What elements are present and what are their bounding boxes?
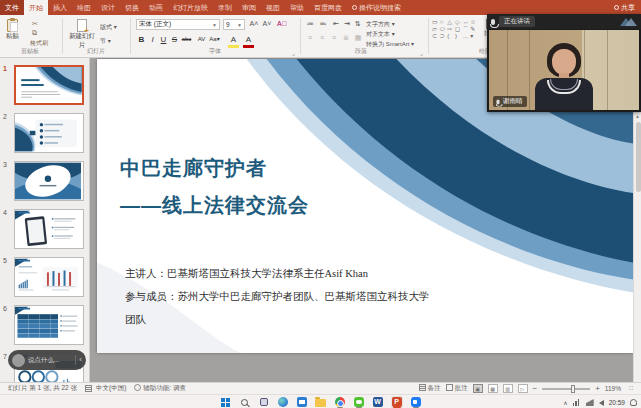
tab-review[interactable]: 审阅 [237,0,261,15]
highlight-color-button[interactable]: A [228,34,239,48]
numbering-button[interactable]: ≕ [317,19,329,29]
align-center-button[interactable]: ≡ [316,33,328,43]
tab-insert[interactable]: 插入 [48,0,72,15]
layout-button[interactable]: 版式 ▾ [100,23,117,32]
slideshow-view-button[interactable]: ▷ [518,384,528,393]
tab-transitions[interactable]: 切换 [120,0,144,15]
collapse-arrow-icon[interactable]: ‹ [79,351,82,369]
font-size-combo[interactable]: 9▼ [223,19,245,30]
thumbnail-row-4: 4 [0,209,90,251]
bold-button[interactable]: B [136,34,147,45]
tab-draw[interactable]: 绘图 [72,0,96,15]
tab-slideshow[interactable]: 幻灯片放映 [168,0,213,15]
align-left-button[interactable]: ≡ [304,33,316,43]
paragraph-dialog-launcher[interactable]: ⌟ [420,49,423,56]
volume-icon[interactable] [599,400,604,406]
participant-name-tag: 谢雨晴 [493,96,527,107]
slide-title-line2[interactable]: ——线上法律交流会 [120,192,309,219]
slide-thumbnail-2[interactable] [14,113,84,153]
zoom-slider-knob[interactable] [571,385,575,393]
zoom-in-button[interactable]: + [595,385,600,393]
scroll-up-icon[interactable]: ▲ [635,113,640,119]
text-direction-button[interactable]: 文字方向 ▾ [366,20,395,29]
taskbar-clock[interactable]: 20:59 [609,396,625,408]
zoom-level[interactable]: 119% [605,385,621,392]
tab-record[interactable]: 录制 [213,0,237,15]
tab-animations[interactable]: 动画 [144,0,168,15]
powerpoint-window: 文件 开始 插入 绘图 设计 切换 动画 幻灯片放映 录制 审阅 视图 帮助 百… [0,0,641,408]
change-case-button[interactable]: Aa▾ [209,34,220,45]
shrink-font-button[interactable]: A˅ [261,19,273,29]
spellcheck-icon[interactable] [85,385,94,392]
slide-thumbnail-1[interactable] [14,65,84,105]
font-name-combo[interactable]: 宋体 (正文)▼ [136,19,220,30]
file-explorer-button[interactable] [315,396,327,408]
powerpoint-button[interactable]: P [391,396,403,408]
edge-browser-button[interactable] [277,396,289,408]
slide-thumbnail-6[interactable] [14,305,84,345]
meeting-app-button[interactable] [410,396,422,408]
network-icon[interactable] [573,399,581,406]
reading-view-button[interactable]: ▥ [503,384,513,393]
search-button[interactable] [239,396,251,408]
chat-input-placeholder[interactable]: 说点什么... [28,356,59,365]
section-button[interactable]: 节 ▾ [100,37,111,46]
notes-toggle[interactable]: 备注 [419,384,441,393]
start-button[interactable] [220,396,232,408]
strikethrough-button[interactable]: S [169,34,180,45]
fit-to-window-button[interactable]: ⛶ [626,384,636,393]
scrollbar-thumb[interactable] [636,122,641,192]
zoom-out-button[interactable]: − [533,385,538,393]
notifications-icon[interactable] [630,399,637,406]
slide-body-text[interactable]: 主讲人：巴基斯塔国立科技大学法律系主任Asif Khan 参与成员：苏州大学中巴… [125,262,435,331]
shadow-button[interactable]: abc [181,34,192,45]
font-dialog-launcher[interactable]: ⌟ [292,49,295,56]
hidden-icons-chevron[interactable]: ∧ [563,399,567,406]
accessibility-status[interactable]: 辅助功能: 调查 [134,384,186,393]
word-button[interactable]: W [372,396,384,408]
share-button[interactable]: 共享 [608,0,641,15]
chrome-button[interactable] [334,396,346,408]
tab-file[interactable]: 文件 [0,0,24,15]
tell-me-search[interactable]: 操作说明搜索 [347,0,406,15]
slide-sorter-view-button[interactable]: ▦ [488,384,498,393]
shapes-gallery[interactable]: ▭○△◇↔☆ ▱⬭⇨◻⌒✎ ⊂⊃()﹏▾ [432,19,478,40]
wechat-button[interactable] [353,396,365,408]
clear-format-button[interactable]: A⃠ [276,19,288,29]
paste-button[interactable]: 粘贴 [6,19,19,41]
columns-button[interactable]: ▦ [352,33,364,43]
battery-icon[interactable] [586,399,594,406]
bullets-button[interactable]: ≔ [304,19,316,29]
tab-help[interactable]: 帮助 [285,0,309,15]
tab-design[interactable]: 设计 [96,0,120,15]
font-color-button[interactable]: A [243,34,254,48]
cut-icon[interactable]: ✂ [32,20,38,28]
tab-view[interactable]: 视图 [261,0,285,15]
italic-button[interactable]: I [147,34,158,45]
slide-thumbnail-4[interactable] [14,209,84,249]
store-button[interactable] [296,396,308,408]
chevron-down-icon: ▼ [237,22,242,28]
meeting-video-overlay[interactable]: 正在讲话 谢雨晴 [487,14,641,112]
justify-button[interactable]: ≣ [340,33,352,43]
comments-toggle[interactable]: 批注 [446,384,468,393]
new-slide-button[interactable]: 新建幻灯片 [68,19,96,50]
zoom-slider[interactable] [542,388,590,390]
line-spacing-button[interactable]: ⇅ [352,19,364,29]
underline-button[interactable]: U [158,34,169,45]
copy-icon[interactable]: ⧉ [32,29,37,37]
language-status[interactable]: 中文(中国) [96,384,126,393]
task-view-button[interactable] [258,396,270,408]
meeting-chat-pill[interactable]: 说点什么... ‹ [8,350,86,370]
normal-view-button[interactable]: ▣ [473,384,483,393]
tab-baidu-netdisk[interactable]: 百度网盘 [309,0,347,15]
tab-home[interactable]: 开始 [24,0,48,15]
powerpoint-icon: P [392,397,402,407]
slide-title-line1[interactable]: 中巴走廊守护者 [120,155,267,182]
slide-thumbnail-5[interactable] [14,257,84,297]
align-text-button[interactable]: 对齐文本 ▾ [366,30,395,39]
grow-font-button[interactable]: A˄ [248,19,260,29]
slide-thumbnail-3[interactable] [14,161,84,201]
char-spacing-button[interactable]: AV [196,34,207,45]
align-right-button[interactable]: ≡ [328,33,340,43]
